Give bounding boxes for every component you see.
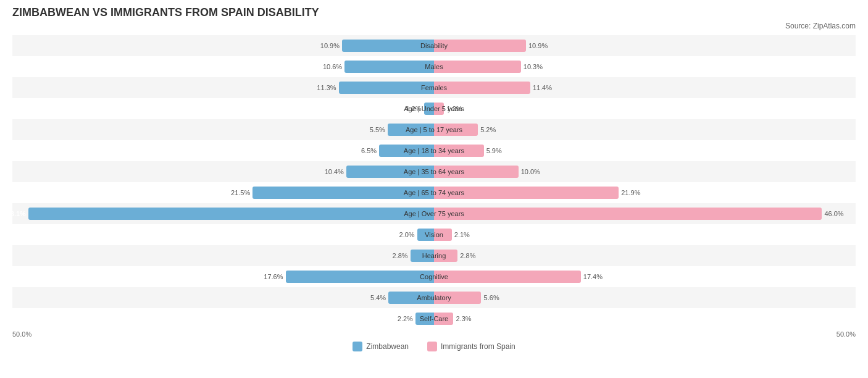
right-value: 5.6%	[484, 294, 499, 301]
row-label: Vision	[425, 231, 443, 238]
right-value: 10.0%	[521, 168, 540, 175]
axis-labels: 50.0% 50.0%	[12, 330, 856, 338]
legend-color-zimbabwean	[353, 342, 362, 351]
source-label: Source: ZipAtlas.com	[12, 22, 856, 30]
row-label: Age | 35 to 64 years	[404, 168, 464, 175]
row-label: Self-Care	[420, 315, 448, 322]
chart-row: Age | 35 to 64 years 10.4% 10.0%	[12, 161, 856, 182]
chart-row: Age | Under 5 years 1.2% 1.2%	[12, 98, 856, 119]
right-value: 5.2%	[480, 126, 496, 133]
chart-title: ZIMBABWEAN VS IMMIGRANTS FROM SPAIN DISA…	[12, 6, 856, 19]
chart-row: Ambulatory 5.4% 5.6%	[12, 287, 856, 308]
left-value: 5.5%	[370, 126, 385, 133]
chart-row: Hearing 2.8% 2.8%	[12, 245, 856, 266]
legend: Zimbabwean Immigrants from Spain	[12, 342, 856, 351]
row-label: Hearing	[422, 252, 446, 259]
chart-area: Disability 10.9% 10.9% Males 10.6% 10.3%…	[12, 35, 856, 329]
row-label: Age | Over 75 years	[404, 210, 464, 217]
left-value: 10.4%	[325, 168, 344, 175]
legend-color-immigrants	[427, 342, 437, 351]
chart-row: Vision 2.0% 2.1%	[12, 224, 856, 245]
right-value: 2.8%	[460, 252, 475, 259]
chart-row: Age | 18 to 34 years 6.5% 5.9%	[12, 140, 856, 161]
legend-label-zimbabwean: Zimbabwean	[366, 342, 409, 351]
right-bar	[434, 61, 521, 73]
right-bar	[434, 208, 822, 220]
row-label: Ambulatory	[417, 294, 451, 301]
chart-row: Disability 10.9% 10.9%	[12, 35, 856, 56]
row-label: Age | Under 5 years	[404, 105, 464, 112]
right-value: 46.0%	[824, 210, 843, 217]
left-value: 21.5%	[231, 189, 250, 196]
left-value: 6.5%	[361, 147, 377, 154]
right-value: 2.1%	[454, 231, 470, 238]
left-value: 2.0%	[399, 231, 415, 238]
row-label: Males	[425, 63, 443, 70]
legend-item-immigrants: Immigrants from Spain	[427, 342, 515, 351]
row-label: Females	[421, 84, 447, 91]
left-value: 2.2%	[398, 315, 413, 322]
right-value: 21.9%	[621, 189, 640, 196]
chart-row: Age | 65 to 74 years 21.5% 21.9%	[12, 182, 856, 203]
left-value: 5.4%	[370, 294, 386, 301]
right-value: 17.4%	[583, 273, 603, 280]
row-label: Disability	[420, 42, 448, 49]
left-bar	[339, 82, 434, 94]
left-value: 11.3%	[317, 84, 336, 91]
chart-row: Females 11.3% 11.4%	[12, 77, 856, 98]
legend-label-immigrants: Immigrants from Spain	[441, 342, 515, 351]
chart-row: Cognitive 17.6% 17.4%	[12, 266, 856, 287]
row-label: Age | 18 to 34 years	[404, 147, 464, 154]
right-bar	[434, 82, 530, 94]
right-bar	[434, 40, 526, 52]
right-value: 2.3%	[456, 315, 472, 322]
right-value: 10.9%	[528, 42, 548, 49]
left-bar	[286, 271, 434, 283]
row-label: Age | 5 to 17 years	[406, 126, 462, 133]
legend-item-zimbabwean: Zimbabwean	[353, 342, 409, 351]
left-value: 10.9%	[320, 42, 340, 49]
left-value: 48.1%	[7, 210, 26, 217]
right-value: 11.4%	[533, 84, 552, 91]
row-label: Cognitive	[420, 273, 448, 280]
left-bar	[344, 61, 434, 73]
chart-row: Males 10.6% 10.3%	[12, 56, 856, 77]
chart-row: Self-Care 2.2% 2.3%	[12, 308, 856, 329]
right-value: 5.9%	[486, 147, 502, 154]
right-value: 10.3%	[524, 63, 543, 70]
chart-row: Age | 5 to 17 years 5.5% 5.2%	[12, 119, 856, 140]
left-bar	[28, 208, 434, 220]
right-bar	[434, 271, 581, 283]
left-value: 17.6%	[264, 273, 283, 280]
chart-row: Age | Over 75 years 48.1% 46.0%	[12, 203, 856, 224]
left-value: 2.8%	[393, 252, 408, 259]
row-label: Age | 65 to 74 years	[404, 189, 464, 196]
left-value: 10.6%	[323, 63, 342, 70]
